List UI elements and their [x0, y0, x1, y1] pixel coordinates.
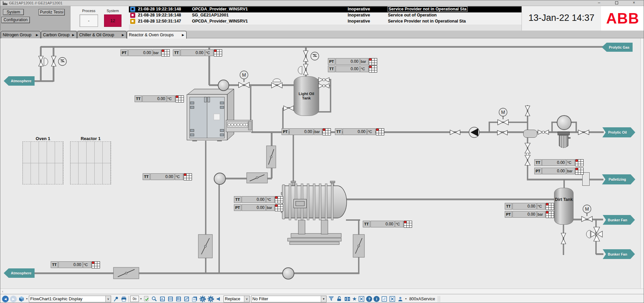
indicator-pt[interactable]: PT0.00bar [505, 211, 554, 218]
screw-conveyor[interactable] [226, 120, 253, 132]
close-display-icon[interactable] [358, 296, 365, 302]
alarm-list-icon[interactable] [167, 296, 174, 302]
alarm-grid-icon[interactable] [369, 58, 377, 65]
alarm-grid-icon[interactable] [369, 66, 377, 73]
indicator-tt[interactable]: TT0.00°C [328, 66, 377, 72]
alarm-grid-icon[interactable] [275, 204, 283, 211]
vertical-scrollbar[interactable] [640, 38, 644, 289]
connector-prolytic-oil[interactable]: Prolytic Oil [602, 127, 635, 137]
alarm-grid-icon[interactable] [92, 261, 100, 268]
event-list-icon[interactable] [175, 296, 182, 302]
split-columns-icon[interactable] [344, 296, 351, 302]
dirt-tank[interactable]: Dirt Tank [554, 188, 574, 225]
alarm-row[interactable]: 21-08-28 19:22:16:148 OPCDA_Provider_WIN… [129, 6, 522, 12]
scroll-left-icon[interactable]: ‹ [2, 289, 3, 293]
print-icon[interactable] [120, 296, 127, 302]
alarm-grid-icon[interactable] [275, 196, 283, 203]
tab-arrow-icon[interactable]: ▶ [34, 33, 38, 37]
alarm-grid-icon[interactable] [161, 49, 170, 56]
indicator-tt[interactable]: TT0.00°C [335, 128, 384, 135]
alarm-severity-icon[interactable] [130, 13, 135, 18]
oil-strainer[interactable] [557, 131, 571, 150]
tab-reactor-oven-groups[interactable]: Reactor & Oven Groups▶ [127, 31, 187, 39]
indicator-tt[interactable]: TT0.00°C [363, 221, 412, 227]
graphic-display-icon[interactable] [159, 296, 166, 302]
exhaust-blower[interactable] [282, 267, 294, 279]
user-caret-icon[interactable]: ▾ [405, 297, 406, 300]
verify-document-icon[interactable] [143, 296, 150, 302]
alarm-grid-icon[interactable] [176, 95, 184, 102]
alarm-grid-icon[interactable] [575, 168, 584, 175]
motor-valve[interactable]: M [581, 205, 593, 222]
system-alarm-count-badge[interactable]: 12 [104, 14, 121, 27]
alarm-grid-icon[interactable] [184, 173, 192, 180]
oven-furnace[interactable] [184, 87, 235, 141]
oil-pump[interactable] [557, 115, 572, 130]
info-icon[interactable]: i [374, 296, 380, 302]
alarm-grid-icon[interactable] [546, 203, 554, 210]
user-icon[interactable] [397, 296, 404, 302]
indicator-tt[interactable]: TT0.00°C [143, 173, 192, 180]
gear-s-icon[interactable]: S [207, 296, 214, 302]
actuated-valve[interactable] [271, 78, 283, 88]
indicator-pt[interactable]: PT0.00bar [534, 168, 584, 174]
oven-trend-placeholder[interactable] [22, 141, 63, 184]
inline-pump[interactable] [468, 127, 480, 138]
heat-exchanger-vessel[interactable] [523, 130, 537, 138]
chiller-fan[interactable] [214, 173, 226, 185]
forward-button[interactable]: ▶ [10, 296, 17, 302]
horizontal-scrollbar[interactable]: ‹ [0, 289, 644, 294]
tab-arrow-icon[interactable]: ▶ [70, 33, 75, 37]
reactor-trend-placeholder[interactable] [70, 141, 111, 184]
tab-carbon-group[interactable]: Carbon Group▶ [41, 31, 77, 38]
favorites-star-icon[interactable]: ★ [352, 296, 357, 302]
unlock-icon[interactable] [336, 296, 343, 302]
indicator-tt[interactable]: TT0.00°C [505, 203, 554, 210]
configuration-button[interactable]: Configuration [1, 17, 30, 23]
alarm-severity-icon[interactable] [130, 19, 135, 24]
rotary-reactor[interactable] [281, 180, 351, 251]
combobox-dropdown-icon[interactable]: ∨ [244, 296, 249, 302]
connector-prolytic-gas[interactable]: Prolytic Gas [602, 43, 633, 52]
indicator-pt[interactable]: PT0.00bar [328, 58, 377, 65]
alarm-grid-icon[interactable] [214, 49, 222, 56]
alarm-grid-icon[interactable] [404, 221, 412, 228]
restore-icon[interactable] [611, 0, 622, 6]
display-selector-combobox[interactable]: FlowChart1:Graphic Display∨ [29, 296, 111, 302]
cancel-box-icon[interactable] [389, 296, 396, 302]
plant-button[interactable]: Puroliz Tesisi [39, 9, 65, 15]
connector-bunker-fan[interactable]: Bunker Fan [603, 249, 635, 259]
alarm-grid-icon[interactable] [546, 211, 554, 218]
filter-selector-combobox[interactable]: No Filter▾ [251, 296, 327, 302]
motor-valve[interactable]: M [238, 71, 250, 88]
alarm-grid-icon[interactable] [376, 128, 384, 135]
indicator-pt[interactable]: PT0.00bar [120, 49, 170, 56]
light-oil-tank[interactable]: Light Oil Tank [294, 76, 319, 116]
alarm-grid-icon[interactable] [575, 159, 584, 166]
alarm-severity-icon[interactable] [130, 7, 135, 12]
indicator-tt[interactable]: TT0.00°C [173, 49, 222, 56]
connector-atmosphere[interactable]: Atmosphere [4, 76, 35, 86]
connector-atmosphere[interactable]: Atmosphere [4, 268, 35, 278]
mode-selector-combobox[interactable]: Replace∨ [224, 296, 250, 302]
zoom-level-button[interactable]: 0o [130, 296, 139, 302]
combobox-dropdown-icon[interactable]: ▾ [321, 296, 326, 302]
motor-valve[interactable]: M [497, 108, 509, 125]
indicator-tt[interactable]: TT0.00°C [135, 95, 184, 102]
tab-arrow-icon[interactable]: ▶ [180, 33, 184, 37]
display-cube-caret-icon[interactable]: ▾ [26, 297, 28, 300]
alarm-row[interactable]: 21-08-28 12:50:31:147 OPCDA_Provider_WIN… [129, 18, 522, 25]
zoom-caret-icon[interactable]: ▾ [140, 297, 142, 300]
notes-icon[interactable] [381, 296, 388, 302]
connector-bunker-fan[interactable]: Bunker Fan [603, 215, 635, 225]
connector-palletizing[interactable]: Palletizing [602, 174, 635, 184]
tab-nitrogen-group[interactable]: Nitrogen Group▶ [1, 31, 41, 38]
minimize-icon[interactable]: – [594, 0, 604, 6]
trend-display-icon[interactable] [183, 296, 190, 302]
close-icon[interactable]: × [629, 0, 639, 6]
tab-chiller-oil-group[interactable]: Chiller & Oil Group▶ [77, 31, 127, 38]
back-button[interactable]: ◀ [2, 296, 9, 302]
help-icon[interactable]: ? [366, 296, 372, 302]
alarm-row[interactable]: 21-08-28 19:22:16:148 SG_GE21AP12001 Ino… [129, 12, 522, 18]
system-button[interactable]: System [3, 9, 24, 15]
